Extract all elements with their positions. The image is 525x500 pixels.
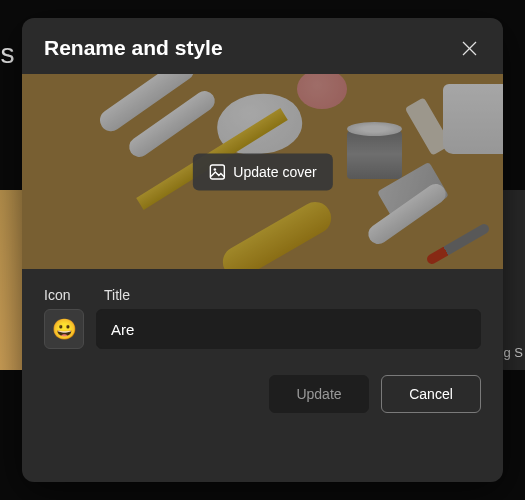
image-icon: [208, 163, 225, 180]
modal-header: Rename and style: [22, 18, 503, 74]
close-icon: [462, 41, 477, 56]
inputs-row: 😀: [44, 309, 481, 349]
cancel-button[interactable]: Cancel: [381, 375, 481, 413]
rename-style-modal: Rename and style: [22, 18, 503, 482]
icon-field-label: Icon: [44, 287, 86, 303]
update-cover-label: Update cover: [233, 164, 316, 180]
icon-emoji: 😀: [52, 317, 77, 341]
backdrop-label-right: g S: [503, 345, 523, 360]
form-area: Icon Title 😀: [22, 269, 503, 369]
close-button[interactable]: [457, 36, 481, 60]
title-input[interactable]: [96, 309, 481, 349]
cover-image-area: Update cover: [22, 74, 503, 269]
update-cover-button[interactable]: Update cover: [192, 153, 332, 190]
actions-row: Update Cancel: [22, 369, 503, 435]
labels-row: Icon Title: [44, 287, 481, 303]
modal-title: Rename and style: [44, 36, 223, 60]
backdrop-partial-title: es: [0, 38, 15, 70]
update-button[interactable]: Update: [269, 375, 369, 413]
title-field-label: Title: [104, 287, 130, 303]
backdrop-thumb-right: [500, 190, 525, 370]
svg-rect-2: [210, 165, 224, 179]
icon-picker[interactable]: 😀: [44, 309, 84, 349]
svg-point-3: [213, 168, 216, 171]
